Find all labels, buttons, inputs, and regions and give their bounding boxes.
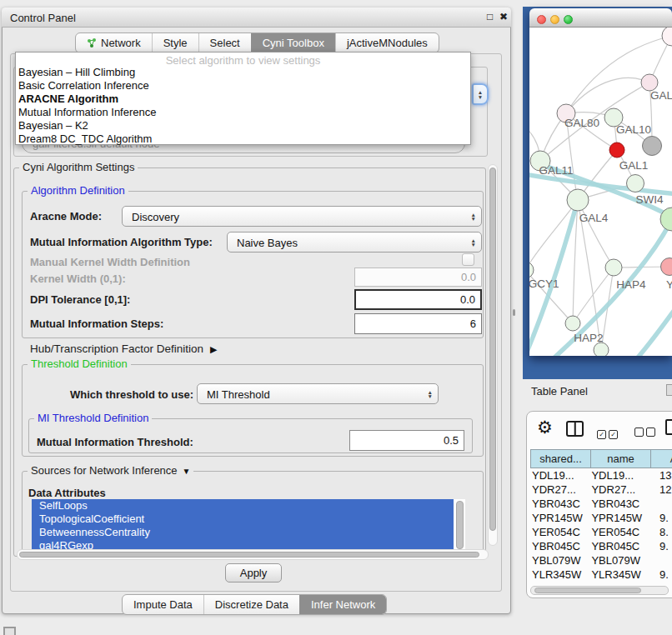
- collapse-down-icon[interactable]: ▼: [183, 467, 191, 476]
- undock-icon[interactable]: [666, 384, 672, 396]
- table-row[interactable]: YDL19...YDL19...13: [530, 468, 672, 482]
- tab-infer-network[interactable]: Infer Network: [299, 595, 386, 614]
- table-header-cell[interactable]: name: [591, 449, 651, 468]
- manual-kernel-width-label: Manual Kernel Width Definition: [30, 256, 190, 268]
- node-label: GAL4: [579, 212, 609, 224]
- network-node[interactable]: [662, 28, 672, 46]
- network-node[interactable]: [594, 342, 609, 356]
- combobox-spinner-icon: ▲▼: [428, 389, 433, 398]
- horizontal-scrollbar-thumb[interactable]: [19, 552, 479, 558]
- settings-vertical-scrollbar[interactable]: [488, 164, 498, 546]
- algorithm-option[interactable]: Bayesian – K2: [16, 119, 470, 132]
- close-traffic-icon[interactable]: [537, 15, 546, 24]
- float-window-icon[interactable]: □: [487, 11, 493, 22]
- network-node[interactable]: [641, 74, 658, 91]
- network-view-window[interactable]: GALGAL80GAL10GAL1GAL11SWI4GAL4GCY1HAP4YH…: [529, 8, 672, 356]
- table-cell: YPR145W: [530, 512, 589, 524]
- kernel-width-label: Kernel Width (0,1):: [30, 272, 126, 285]
- tab-impute-data[interactable]: Impute Data: [123, 595, 203, 614]
- new-file-icon[interactable]: [665, 419, 672, 435]
- table-hscroll-thumb[interactable]: [534, 588, 641, 593]
- tab-label: Style: [163, 37, 188, 49]
- hub-definition-row[interactable]: Hub/Transcription Factor Definition▶: [30, 342, 218, 355]
- algorithm-definition-title: Algorithm Definition: [28, 184, 128, 197]
- algorithm-dropdown-popup: Select algorithm to view settings Bayesi…: [15, 52, 471, 145]
- network-node[interactable]: [529, 262, 534, 278]
- algorithm-option[interactable]: Basic Correlation Inference: [16, 79, 470, 92]
- dpi-tolerance-field[interactable]: 0.0: [354, 289, 482, 310]
- network-node[interactable]: [565, 316, 580, 331]
- node-label: GAL80: [564, 117, 599, 129]
- algorithm-option[interactable]: Mutual Information Inference: [16, 106, 470, 119]
- table-cell: YLR345W: [530, 568, 589, 581]
- mi-threshold-field[interactable]: 0.5: [349, 430, 464, 451]
- mi-algorithm-type-combobox[interactable]: Naive Bayes ▲▼: [227, 232, 482, 252]
- kernel-width-field[interactable]: 0.0: [354, 268, 482, 287]
- settings-horizontal-scrollbar[interactable]: [17, 549, 489, 560]
- manual-kernel-width-checkbox[interactable]: [462, 253, 474, 266]
- apply-button[interactable]: Apply: [225, 563, 282, 582]
- algorithm-dropdown-hint: Select algorithm to view settings: [16, 54, 470, 66]
- table-header-cell[interactable]: A: [651, 449, 672, 468]
- table-row[interactable]: YBR043CYBR043C: [530, 497, 672, 511]
- gear-icon[interactable]: ⚙: [537, 418, 553, 438]
- mi-steps-field[interactable]: 6: [354, 313, 482, 334]
- table-row[interactable]: YER054CYER054C8.: [530, 525, 672, 539]
- tab-label: jActiveMNodules: [347, 37, 428, 49]
- table-row[interactable]: YBR045CYBR045C9.: [530, 539, 672, 553]
- table-row[interactable]: YBL079WYBL079W: [530, 553, 672, 568]
- attribute-item[interactable]: BetweennessCentrality: [32, 526, 454, 539]
- network-node[interactable]: [643, 137, 662, 156]
- zoom-traffic-icon[interactable]: [564, 15, 573, 24]
- network-node[interactable]: [605, 259, 622, 276]
- attributes-scrollbar[interactable]: [456, 501, 464, 549]
- table-horizontal-scrollbar[interactable]: [530, 586, 669, 595]
- table-panel-box: ⚙ ✓✓ shared...nameA YDL19...YDL19...13YD…: [526, 411, 672, 598]
- node-label: HAP2: [574, 332, 603, 344]
- splitpane-expander[interactable]: [513, 309, 515, 316]
- attribute-item[interactable]: SelfLoops: [32, 499, 454, 512]
- network-graph[interactable]: GALGAL80GAL10GAL1GAL11SWI4GAL4GCY1HAP4YH…: [529, 28, 672, 356]
- which-threshold-combobox[interactable]: MI Threshold ▲▼: [197, 383, 439, 404]
- expand-right-icon[interactable]: ▶: [210, 344, 217, 355]
- network-canvas[interactable]: GALGAL80GAL10GAL1GAL11SWI4GAL4GCY1HAP4YH…: [529, 28, 672, 356]
- control-panel-titlebar[interactable]: [2, 8, 511, 28]
- algorithm-option[interactable]: Dream8 DC_TDC Algorithm: [16, 132, 470, 146]
- tab-cyni-toolbox[interactable]: Cyni Toolbox: [251, 33, 335, 52]
- tab-discretize-data[interactable]: Discretize Data: [203, 595, 299, 614]
- network-edge: [566, 36, 672, 113]
- unselect-all-columns-icon[interactable]: [634, 425, 658, 440]
- minimize-traffic-icon[interactable]: [550, 15, 559, 24]
- network-node[interactable]: [627, 175, 644, 192]
- tab-select[interactable]: Select: [198, 33, 251, 52]
- node-label: GAL11: [539, 164, 573, 177]
- tab-style[interactable]: Style: [152, 33, 198, 52]
- algorithm-combobox-fragment[interactable]: ▲▼: [472, 83, 489, 105]
- aracne-mode-combobox[interactable]: Discovery ▲▼: [122, 206, 482, 227]
- tab-jactivemnodules[interactable]: jActiveMNodules: [335, 33, 439, 52]
- network-node[interactable]: [661, 258, 672, 276]
- data-attributes-list[interactable]: SelfLoopsTopologicalCoefficientBetweenne…: [32, 499, 465, 553]
- network-node[interactable]: [609, 142, 624, 158]
- table-header-cell[interactable]: shared...: [530, 449, 591, 468]
- table-row[interactable]: YLR345WYLR345W9.: [530, 568, 672, 581]
- aracne-mode-label: Aracne Mode:: [30, 210, 102, 222]
- table-cell: YER054C: [530, 526, 589, 538]
- table-row[interactable]: YDR27...YDR27...12: [530, 482, 672, 497]
- algorithm-option[interactable]: ARACNE Algorithm: [16, 92, 470, 106]
- cyni-algorithm-settings-title: Cyni Algorithm Settings: [19, 161, 138, 173]
- table-row[interactable]: YPR145WYPR145W9.: [530, 511, 672, 525]
- algorithm-option[interactable]: Bayesian – Hill Climbing: [16, 66, 470, 79]
- attribute-item[interactable]: TopologicalCoefficient: [32, 512, 454, 526]
- mi-algorithm-type-value: Naive Bayes: [237, 236, 298, 248]
- split-columns-icon[interactable]: [566, 421, 584, 437]
- tab-label: Network: [101, 37, 141, 49]
- minimized-panel-icon[interactable]: [3, 627, 16, 635]
- select-all-columns-icon[interactable]: ✓✓: [597, 425, 620, 440]
- network-window-titlebar[interactable]: [529, 8, 672, 28]
- tab-network[interactable]: Network: [76, 33, 152, 52]
- network-node[interactable]: [567, 189, 589, 211]
- vertical-scrollbar-thumb[interactable]: [489, 168, 496, 531]
- node-label: GAL10: [616, 123, 651, 136]
- close-icon[interactable]: ✖: [499, 11, 508, 22]
